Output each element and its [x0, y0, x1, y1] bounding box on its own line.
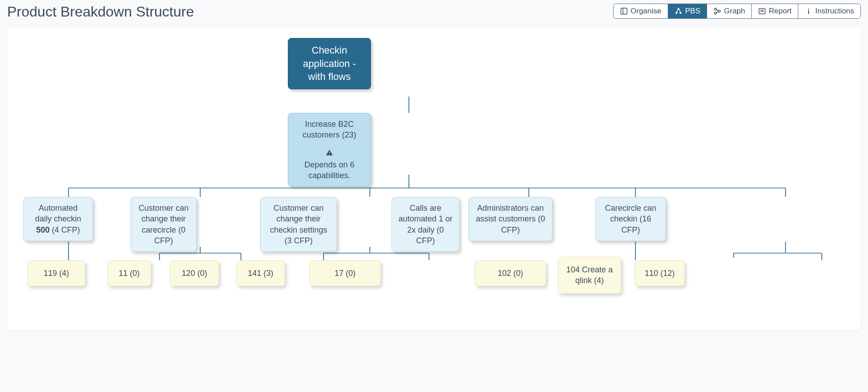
svg-point-4	[679, 12, 682, 14]
cap3-text: Calls are automated 1 or 2x daily (0 CFP…	[398, 204, 452, 245]
node-capability-2[interactable]: Customer can change their checkin settin…	[260, 197, 337, 252]
cap1-text: Customer can change their carecircle (0 …	[139, 204, 189, 245]
pbs-canvas: Checkin application - with flows Increas…	[7, 27, 861, 331]
node-leaf-141[interactable]: 141 (3)	[236, 260, 285, 286]
pbs-label: PBS	[685, 7, 700, 16]
node-capability-0[interactable]: Automated daily checkin 500 (4 CFP)	[23, 197, 93, 241]
info-icon	[805, 7, 813, 15]
organise-button[interactable]: Organise	[614, 4, 668, 18]
node-capability-3[interactable]: Calls are automated 1 or 2x daily (0 CFP…	[392, 197, 459, 252]
cap0-post: (4 CFP)	[50, 225, 80, 234]
report-button[interactable]: Report	[752, 4, 798, 18]
page-title: Product Breakdown Structure	[7, 4, 194, 20]
node-leaf-120[interactable]: 120 (0)	[170, 260, 219, 286]
node-outcome[interactable]: Increase B2C customers (23) Depends on 6…	[288, 113, 371, 187]
node-capability-5[interactable]: Carecircle can checkin (16 CFP)	[595, 197, 666, 241]
leaf-141-label: 141 (3)	[248, 269, 273, 278]
organise-label: Organise	[631, 7, 662, 16]
node-leaf-104[interactable]: 104 Create a qlink (4)	[558, 257, 621, 294]
report-icon	[758, 7, 766, 15]
outcome-warning: Depends on 6 capabilities.	[295, 159, 364, 181]
node-leaf-102[interactable]: 102 (0)	[475, 260, 546, 286]
svg-rect-0	[621, 8, 627, 14]
node-root[interactable]: Checkin application - with flows	[288, 38, 371, 89]
leaf-17-label: 17 (0)	[334, 269, 355, 278]
leaf-120-label: 120 (0)	[181, 269, 207, 278]
cap0-pre: Automated daily checkin	[35, 204, 81, 223]
cap0-bold: 500	[36, 225, 50, 234]
instructions-button[interactable]: Instructions	[798, 4, 860, 18]
root-line2: application -	[295, 57, 364, 71]
leaf-104-label: 104 Create a qlink (4)	[566, 265, 613, 285]
root-line1: Checkin	[295, 44, 364, 57]
instructions-label: Instructions	[815, 7, 854, 16]
cap4-text: Administrators can assist customers (0 C…	[476, 204, 545, 234]
graph-button[interactable]: Graph	[707, 4, 752, 18]
svg-point-5	[714, 8, 716, 10]
node-leaf-11[interactable]: 11 (0)	[107, 260, 151, 286]
node-leaf-110[interactable]: 110 (12)	[635, 260, 685, 286]
view-toolbar: Organise PBS Graph Report Instructions	[613, 4, 861, 19]
node-leaf-119[interactable]: 119 (4)	[27, 260, 85, 286]
node-capability-1[interactable]: Customer can change their carecircle (0 …	[131, 197, 197, 252]
cap5-text: Carecircle can checkin (16 CFP)	[605, 204, 656, 234]
node-capability-4[interactable]: Administrators can assist customers (0 C…	[468, 197, 552, 241]
svg-rect-12	[808, 11, 809, 14]
outcome-title: Increase B2C customers (23)	[295, 119, 364, 141]
leaf-119-label: 119 (4)	[43, 269, 69, 278]
organise-icon	[620, 7, 628, 15]
pbs-button[interactable]: PBS	[668, 4, 707, 18]
svg-point-11	[808, 8, 809, 9]
svg-rect-37	[329, 154, 330, 155]
pbs-icon	[674, 7, 683, 15]
graph-label: Graph	[724, 7, 745, 16]
node-leaf-17[interactable]: 17 (0)	[309, 260, 381, 286]
svg-point-3	[675, 12, 678, 14]
leaf-110-label: 110 (12)	[645, 269, 674, 278]
leaf-11-label: 11 (0)	[118, 269, 139, 278]
cap2-text: Customer can change their checkin settin…	[270, 204, 327, 245]
graph-icon	[713, 7, 721, 15]
svg-point-6	[718, 10, 721, 13]
svg-point-7	[714, 12, 716, 14]
leaf-102-label: 102 (0)	[497, 269, 523, 278]
report-label: Report	[769, 7, 792, 16]
svg-rect-36	[329, 151, 330, 153]
warning-icon	[325, 149, 333, 157]
root-line3: with flows	[295, 70, 364, 83]
